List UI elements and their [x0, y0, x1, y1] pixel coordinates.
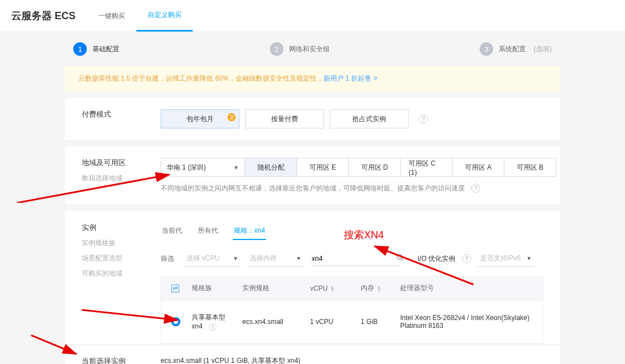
th-mem[interactable]: 内存▲▼ [356, 283, 396, 293]
th-family: 规格族 [187, 283, 238, 293]
table-row[interactable]: 共享基本型 xn4 ? ecs.xn4.small 1 vCPU 1 GiB I… [161, 300, 543, 343]
chevron-down-icon: ▼ [526, 255, 532, 261]
region-dropdown[interactable]: 华南 1 (深圳) ▼ [161, 158, 245, 177]
chevron-down-icon: ▼ [233, 165, 239, 171]
region-label: 地域及可用区 [82, 158, 161, 168]
search-field-wrap [311, 251, 401, 266]
step-label-1: 基础配置 [92, 45, 119, 54]
search-input[interactable] [312, 255, 396, 263]
th-proc: 处理器型号 [396, 283, 537, 293]
cell-spec: ecs.xn4.small [238, 318, 305, 326]
step-num-2: 2 [270, 42, 283, 56]
zone-a-button[interactable]: 可用区 A [453, 158, 504, 177]
step-num-3: 3 [480, 42, 493, 56]
payment-label: 付费模式 [82, 109, 161, 119]
region-hint-help-icon[interactable]: ? [471, 184, 480, 193]
sort-icon: ▲▼ [330, 285, 335, 292]
step-optional: (选填) [534, 45, 552, 54]
step-indicator: 1 基础配置 2 网络和安全组 3 系统配置 (选填) [0, 32, 625, 66]
zone-e-button[interactable]: 可用区 E [297, 158, 349, 177]
page-title: 云服务器 ECS [11, 1, 87, 31]
io-help-icon[interactable]: ? [462, 254, 471, 263]
discount-badge-icon: 惠 [228, 113, 236, 121]
io-optimize-label: I/O 优化实例 ? [418, 254, 471, 264]
promo-banner: 云数据库性能 1.5 倍于自建，运维工作量降低 60%，金融级数据安全性及稳定性… [65, 66, 560, 91]
th-vcpu[interactable]: vCPU▲▼ [305, 285, 356, 292]
memory-dropdown[interactable]: 选择内存 ▼ [247, 250, 304, 267]
page-header: 云服务器 ECS 一键购买 自定义购买 [0, 0, 625, 32]
step-1[interactable]: 1 基础配置 [73, 42, 119, 56]
search-icon[interactable] [396, 254, 404, 263]
step-2[interactable]: 2 网络和安全组 [270, 42, 330, 56]
region-help-link[interactable]: 教我选择地域 [82, 174, 161, 183]
region-section: 地域及可用区 教我选择地域 华南 1 (深圳) ▼ 随机分配 可用区 E 可用区… [65, 147, 560, 205]
cell-vcpu: 1 vCPU [305, 318, 356, 326]
instance-tab-current[interactable]: 当前代 [161, 223, 183, 240]
zone-b-button[interactable]: 可用区 B [504, 158, 556, 177]
payment-spot-button[interactable]: 抢占式实例 [330, 109, 409, 128]
step-num-1: 1 [73, 42, 87, 56]
chevron-down-icon: ▼ [233, 255, 238, 261]
instance-table: ⇄ 规格族 实例规格 vCPU▲▼ 内存▲▼ 处理器型号 共享基本型 xn4 ?… [161, 276, 543, 344]
chevron-down-icon: ▼ [296, 255, 302, 261]
cell-family: 共享基本型 xn4 ? [187, 313, 238, 331]
step-label-2: 网络和安全组 [289, 45, 330, 54]
current-selection-section: 当前选择实例 ecs.xn4.small (1 vCPU 1 GiB, 共享基本… [65, 346, 560, 365]
instance-tab-all[interactable]: 所有代 [197, 223, 219, 240]
payment-help-icon[interactable]: ? [419, 114, 428, 123]
tab-quick-buy[interactable]: 一键购买 [87, 1, 136, 31]
instance-section: 实例 实例规格族 场景配置选型 可购买的地域 当前代 所有代 规格：xn4 筛选… [65, 211, 560, 344]
payment-section: 付费模式 包年包月 惠 按量付费 抢占式实例 ? [65, 98, 560, 140]
instance-region-link[interactable]: 可购买的地域 [82, 269, 161, 278]
region-hint: 不同地域的实例之间内网互不相通；选择靠近您客户的地域，可降低网络时延、提高您客户… [161, 184, 556, 193]
instance-family-link[interactable]: 实例规格族 [82, 238, 161, 248]
compare-icon[interactable]: ⇄ [171, 285, 179, 292]
payment-ondemand-button[interactable]: 按量付费 [245, 109, 324, 128]
zone-c-button[interactable]: 可用区 C (1) [401, 158, 453, 177]
payment-yearly-button[interactable]: 包年包月 惠 [161, 109, 240, 128]
instance-tab-spec[interactable]: 规格：xn4 [233, 223, 266, 240]
current-sel-label: 当前选择实例 [82, 356, 161, 365]
step-label-3: 系统配置 [499, 45, 526, 54]
svg-point-0 [397, 255, 402, 259]
instance-label: 实例 [82, 223, 161, 233]
zone-d-button[interactable]: 可用区 D [349, 158, 401, 177]
filter-label: 筛选 [161, 254, 174, 264]
step-3[interactable]: 3 系统配置 (选填) [480, 42, 552, 56]
promo-text: 云数据库性能 1.5 倍于自建，运维工作量降低 60%，金融级数据安全性及稳定性… [78, 74, 323, 82]
promo-link[interactable]: 新用户 1 折起售 > [323, 74, 378, 82]
family-help-icon[interactable]: ? [209, 323, 216, 331]
zone-random-button[interactable]: 随机分配 [245, 158, 297, 177]
current-sel-value: ecs.xn4.small (1 vCPU 1 GiB, 共享基本型 xn4) [161, 356, 543, 365]
svg-line-1 [401, 259, 404, 261]
cell-proc: Intel Xeon E5-2682v4 / Intel Xeon(Skylak… [396, 314, 537, 330]
vcpu-dropdown[interactable]: 选择 vCPU ▼ [184, 250, 241, 267]
th-spec: 实例规格 [238, 283, 305, 293]
row-radio-selected[interactable] [171, 317, 180, 326]
instance-scenario-link[interactable]: 场景配置选型 [82, 254, 161, 263]
ipv6-dropdown[interactable]: 是否支持IPv6 ▼ [478, 250, 534, 267]
tab-custom-buy[interactable]: 自定义购买 [136, 0, 193, 32]
sort-icon: ▲▼ [376, 285, 382, 292]
annotation-text: 搜索XN4 [344, 228, 384, 242]
cell-mem: 1 GiB [356, 318, 396, 326]
table-header: ⇄ 规格族 实例规格 vCPU▲▼ 内存▲▼ 处理器型号 [161, 277, 543, 300]
